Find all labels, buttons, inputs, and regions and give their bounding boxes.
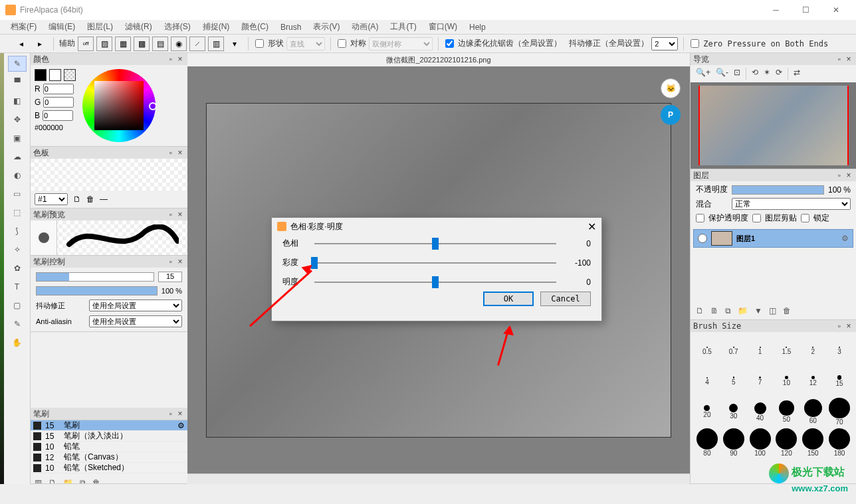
brush-size-cell[interactable]: 100 (748, 428, 773, 457)
blend-select[interactable]: 正常 (732, 198, 851, 210)
protect-alpha-checkbox[interactable] (696, 214, 704, 222)
brush-size-value[interactable]: 15 (158, 272, 182, 282)
brush-size-cell[interactable]: 70 (827, 397, 852, 426)
brush-shake-select[interactable]: 使用全局设置 (89, 299, 182, 311)
brush-size-cell[interactable]: 0.5 (695, 336, 720, 365)
brush-size-cell[interactable]: 0.7 (721, 336, 746, 365)
close-button[interactable]: ✕ (821, 0, 851, 20)
brush-size-cell[interactable]: 7 (748, 367, 773, 396)
snap-radial-icon[interactable]: ◉ (171, 37, 187, 51)
brush-size-cell[interactable]: 60 (800, 397, 825, 426)
shape-select[interactable]: 直线 (286, 37, 325, 50)
layer-new-icon[interactable]: 🗋 (696, 306, 704, 315)
navigator-thumb[interactable] (691, 82, 856, 169)
dialog-close-icon[interactable]: ✕ (588, 220, 596, 233)
symmetry-checkbox[interactable] (338, 39, 346, 48)
snap-parallel-icon[interactable]: ▨ (96, 37, 112, 51)
snap-settings-icon[interactable]: ▾ (227, 37, 243, 51)
layer-visibility-icon[interactable] (698, 234, 707, 243)
select-marquee-icon[interactable]: ⬚ (8, 205, 27, 220)
brush-size-cell[interactable]: 150 (800, 428, 825, 457)
brush-size-cell[interactable]: 20 (695, 397, 720, 426)
menu-filter[interactable]: 滤镜(R) (120, 20, 158, 34)
eraser-tool-icon[interactable]: ◧ (8, 93, 27, 109)
foreground-color-swatch[interactable] (35, 69, 47, 81)
symmetry-select[interactable]: 双侧对称 (369, 37, 433, 50)
ok-button[interactable]: OK (483, 292, 534, 306)
zoom-out-icon[interactable]: 🔍- (716, 68, 728, 80)
brush-size-cell[interactable]: 40 (748, 397, 773, 426)
gear-icon[interactable]: ⚙ (177, 421, 185, 430)
menu-snap[interactable]: 捕捉(N) (197, 20, 235, 34)
menu-layer[interactable]: 图层(L) (82, 20, 118, 34)
snap-cross-icon[interactable]: ▩ (134, 37, 150, 51)
layer-new2-icon[interactable]: 🗎 (710, 306, 718, 315)
b-input[interactable] (43, 110, 73, 121)
menu-anim[interactable]: 动画(A) (346, 20, 383, 34)
menu-select[interactable]: 选择(S) (159, 20, 196, 34)
r-input[interactable] (43, 84, 74, 94)
menu-help[interactable]: Help (464, 21, 491, 33)
brush-size-cell[interactable]: 10 (774, 367, 799, 396)
panel-close-icon[interactable]: × (175, 54, 185, 64)
bucket-tool-icon[interactable]: ▣ (8, 130, 27, 146)
snap-3d-icon[interactable]: ▥ (208, 37, 224, 51)
select-rect-icon[interactable]: ▭ (8, 186, 27, 202)
menu-edit[interactable]: 编辑(E) (43, 20, 80, 34)
lasso-tool-icon[interactable]: ⟆ (8, 223, 27, 239)
palette-new-icon[interactable]: 🗋 (73, 195, 81, 204)
palette-area[interactable] (31, 159, 187, 191)
brush-size-cell[interactable]: 2 (800, 336, 825, 365)
stamp-tool-icon[interactable]: ▝▘ (8, 74, 27, 90)
layer-delete-icon[interactable]: 🗑 (783, 306, 791, 315)
brush-folder-icon[interactable]: 📁 (63, 478, 73, 484)
brush-size-cell[interactable]: 180 (827, 428, 852, 457)
menu-file[interactable]: 档案(F) (5, 20, 42, 34)
palette-delete-icon[interactable]: 🗑 (86, 195, 94, 204)
brush-size-slider[interactable] (36, 272, 154, 282)
brush-size-cell[interactable]: 80 (695, 428, 720, 457)
rotate-cw-icon[interactable]: ⟳ (776, 68, 782, 80)
hand-tool-icon[interactable]: ✋ (8, 335, 27, 351)
menu-color[interactable]: 颜色(C) (236, 20, 274, 34)
hue-slider[interactable] (314, 243, 556, 244)
menu-brush[interactable]: Brush (275, 21, 306, 33)
layer-gear-icon[interactable]: ⚙ (841, 234, 849, 243)
palette-minus-icon[interactable]: — (100, 195, 108, 204)
palette-select[interactable]: #1 (35, 193, 68, 205)
wand-tool-icon[interactable]: ✧ (8, 242, 27, 258)
brush-size-cell[interactable]: 1 (748, 336, 773, 365)
nav-prev-icon[interactable]: ◂ (13, 37, 29, 51)
brush-size-cell[interactable]: 30 (721, 397, 746, 426)
brush-size-cell[interactable]: 120 (774, 428, 799, 457)
zoom-fit-icon[interactable]: ⊡ (734, 68, 740, 80)
brush-delete-icon[interactable]: 🗑 (92, 478, 100, 484)
layer-item[interactable]: 图层1 ⚙ (693, 229, 853, 248)
snap-curve-icon[interactable]: ⟋ (189, 37, 205, 51)
brush-size-cell[interactable]: 4 (695, 367, 720, 396)
brush-item[interactable]: 15笔刷（淡入淡出） (31, 431, 187, 442)
brush-tool-icon[interactable]: ✎ (8, 56, 27, 72)
snap-vanish-icon[interactable]: ▤ (152, 37, 168, 51)
gradient-tool-icon[interactable]: ◐ (8, 167, 27, 183)
menu-view[interactable]: 表示(V) (308, 20, 345, 34)
panel-float-icon[interactable]: ▫ (166, 54, 175, 64)
rotate-ccw-icon[interactable]: ⟲ (752, 68, 758, 80)
brush-settings-icon[interactable]: ▥ (35, 478, 42, 484)
layer-mask-icon[interactable]: ◫ (769, 306, 776, 315)
brush-size-cell[interactable]: 3 (827, 336, 852, 365)
brush-size-cell[interactable]: 15 (827, 367, 852, 396)
move-tool-icon[interactable]: ✥ (8, 112, 27, 127)
cancel-button[interactable]: Cancel (540, 292, 591, 306)
rotate-reset-icon[interactable]: ✶ (764, 68, 770, 80)
brush-item[interactable]: 12铅笔（Canvas） (31, 452, 187, 463)
brush-item[interactable]: 15笔刷⚙ (31, 420, 187, 431)
blur-tool-icon[interactable]: ☁ (8, 149, 27, 165)
flip-icon[interactable]: ⇄ (794, 68, 800, 80)
opacity-slider[interactable] (732, 185, 824, 195)
zoom-in-icon[interactable]: 🔍+ (696, 68, 710, 80)
color-wheel[interactable] (82, 69, 156, 142)
minimize-button[interactable]: ─ (761, 0, 791, 20)
brush-size-cell[interactable]: 12 (800, 367, 825, 396)
transparent-swatch[interactable] (64, 69, 76, 81)
